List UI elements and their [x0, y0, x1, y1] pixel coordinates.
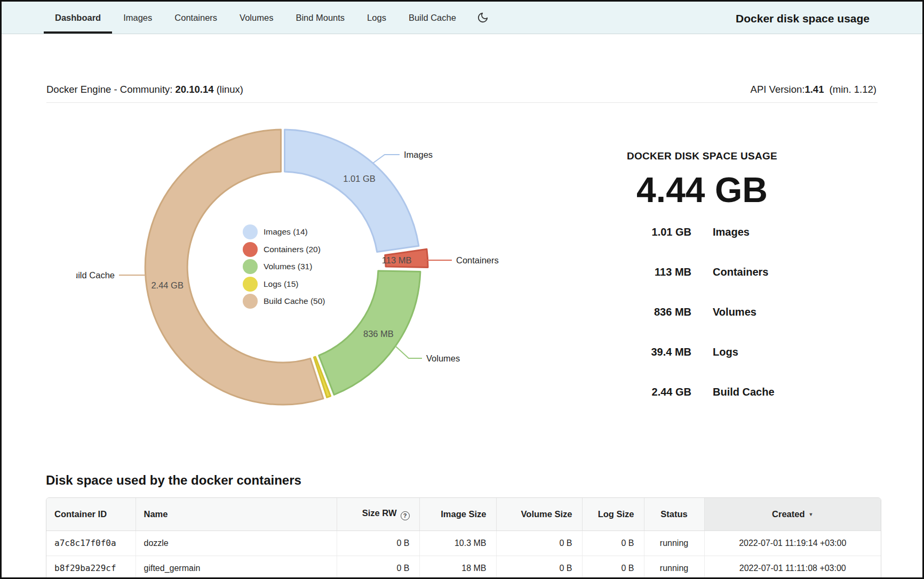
column-header-log-size[interactable]: Log Size — [582, 498, 644, 530]
column-header-label: Image Size — [441, 509, 486, 519]
table-row: a7c8c17f0f0adozzle0 B10.3 MB0 B0 Brunnin… — [46, 530, 881, 556]
cell-image-size: 10.3 MB — [419, 530, 496, 556]
tab-dashboard[interactable]: Dashboard — [44, 2, 112, 34]
engine-name: Docker Engine - Community: — [46, 84, 172, 95]
summary-label: Containers — [713, 266, 822, 278]
top-navbar: DashboardImagesContainersVolumesBind Mou… — [2, 2, 922, 34]
column-header-label: Volume Size — [521, 509, 572, 519]
legend-swatch — [243, 294, 258, 309]
callout-label-volumes: Volumes — [426, 353, 460, 363]
legend-swatch — [243, 242, 258, 257]
moon-icon — [477, 12, 489, 26]
sort-descending-icon: ▼ — [809, 512, 814, 517]
cell-image-size: 18 MB — [419, 556, 496, 579]
summary-breakdown: 1.01 GBImages113 MBContainers836 MBVolum… — [582, 212, 822, 412]
callout-line-volumes — [395, 346, 422, 358]
table-row: b8f29ba229cfgifted_germain0 B18 MB0 B0 B… — [46, 556, 881, 579]
summary-value: 2.44 GB — [582, 386, 691, 398]
cell-container-id: b8f29ba229cf — [46, 556, 136, 579]
tab-build-cache[interactable]: Build Cache — [397, 2, 467, 34]
api-min: (min. 1.12) — [830, 84, 877, 95]
summary-row-logs: 39.4 MBLogs — [582, 332, 822, 372]
legend-item-build-cache: Build Cache (50) — [243, 293, 325, 310]
legend-item-images: Images (14) — [243, 223, 325, 241]
containers-section-heading: Disk space used by the docker containers — [46, 473, 301, 488]
cell-size-rw: 0 B — [337, 556, 419, 579]
tab-containers[interactable]: Containers — [163, 2, 228, 34]
column-header-created[interactable]: Created▼ — [704, 498, 881, 530]
containers-table: Container IDNameSize RW?Image SizeVolume… — [46, 497, 881, 579]
summary-row-build-cache: 2.44 GBBuild Cache — [582, 372, 822, 412]
legend-label: Logs (15) — [264, 279, 298, 289]
cell-created: 2022-07-01 11:11:08 +03:00 — [704, 556, 881, 579]
slice-size-label-images: 1.01 GB — [343, 174, 376, 183]
callout-label-images: Images — [404, 150, 433, 159]
summary-row-volumes: 836 MBVolumes — [582, 292, 822, 332]
summary-row-containers: 113 MBContainers — [582, 252, 822, 292]
legend-item-volumes: Volumes (31) — [243, 258, 325, 276]
summary-row-images: 1.01 GBImages — [582, 212, 822, 252]
cell-size-rw: 0 B — [337, 530, 419, 556]
legend-swatch — [243, 277, 258, 292]
slice-size-label-build-cache: 2.44 GB — [151, 280, 184, 290]
cell-container-id: a7c8c17f0f0a — [46, 530, 136, 556]
app-window: DashboardImagesContainersVolumesBind Mou… — [0, 0, 924, 579]
engine-platform: (linux) — [217, 84, 243, 95]
summary-label: Build Cache — [713, 386, 822, 398]
cell-name: gifted_germain — [136, 556, 337, 579]
slice-size-label-containers: 113 MB — [382, 255, 412, 265]
legend-item-containers: Containers (20) — [243, 241, 325, 259]
legend-label: Containers (20) — [264, 245, 321, 254]
cell-created: 2022-07-01 11:19:14 +03:00 — [704, 530, 881, 556]
summary-value: 113 MB — [582, 266, 691, 278]
column-header-volume-size[interactable]: Volume Size — [496, 498, 582, 530]
summary-label: Logs — [713, 346, 822, 358]
cell-log-size: 0 B — [582, 530, 644, 556]
column-header-container-id[interactable]: Container ID — [46, 498, 136, 530]
api-version: 1.41 — [804, 84, 824, 95]
summary-label: Images — [713, 226, 822, 238]
slice-size-label-volumes: 836 MB — [363, 329, 394, 339]
callout-line-images — [373, 155, 400, 163]
column-header-name[interactable]: Name — [136, 498, 337, 530]
column-header-label: Name — [144, 509, 168, 519]
column-header-label: Created — [772, 509, 804, 519]
legend-label: Images (14) — [264, 227, 308, 237]
summary-value: 1.01 GB — [582, 226, 691, 238]
total-disk-usage: 4.44 GB — [582, 169, 822, 211]
page-title: Docker disk space usage — [736, 2, 922, 34]
column-header-status[interactable]: Status — [644, 498, 704, 530]
cell-name: dozzle — [136, 530, 337, 556]
tab-volumes[interactable]: Volumes — [228, 2, 284, 34]
summary-heading: DOCKER DISK SPACE USAGE — [582, 150, 822, 162]
column-header-size-rw[interactable]: Size RW? — [337, 498, 419, 530]
api-version-text: API Version:1.41 (min. 1.12) — [748, 84, 877, 95]
chart-legend: Images (14)Containers (20)Volumes (31)Lo… — [243, 223, 325, 310]
legend-swatch — [243, 259, 258, 274]
theme-toggle-button[interactable] — [477, 2, 489, 34]
summary-value: 836 MB — [582, 306, 691, 318]
api-label: API Version: — [751, 84, 805, 95]
divider — [46, 102, 878, 103]
cell-status: running — [644, 530, 704, 556]
column-header-label: Status — [660, 509, 687, 519]
summary-value: 39.4 MB — [582, 346, 691, 358]
column-header-label: Size RW — [362, 508, 397, 518]
tab-images[interactable]: Images — [112, 2, 163, 34]
summary-label: Volumes — [713, 306, 822, 318]
help-icon[interactable]: ? — [401, 511, 410, 520]
cell-volume-size: 0 B — [496, 556, 582, 579]
column-header-label: Log Size — [598, 509, 634, 519]
legend-item-logs: Logs (15) — [243, 276, 325, 293]
column-header-label: Container ID — [54, 509, 107, 519]
tab-bind-mounts[interactable]: Bind Mounts — [284, 2, 356, 34]
callout-label-build-cache: Build Cache — [76, 270, 115, 280]
column-header-image-size[interactable]: Image Size — [419, 498, 496, 530]
engine-version: 20.10.14 — [175, 84, 213, 95]
legend-swatch — [243, 224, 258, 239]
tab-logs[interactable]: Logs — [356, 2, 397, 34]
engine-version-text: Docker Engine - Community:20.10.14 (linu… — [46, 84, 246, 95]
cell-volume-size: 0 B — [496, 530, 582, 556]
engine-info-bar: Docker Engine - Community:20.10.14 (linu… — [46, 77, 877, 102]
cell-status: running — [644, 556, 704, 579]
